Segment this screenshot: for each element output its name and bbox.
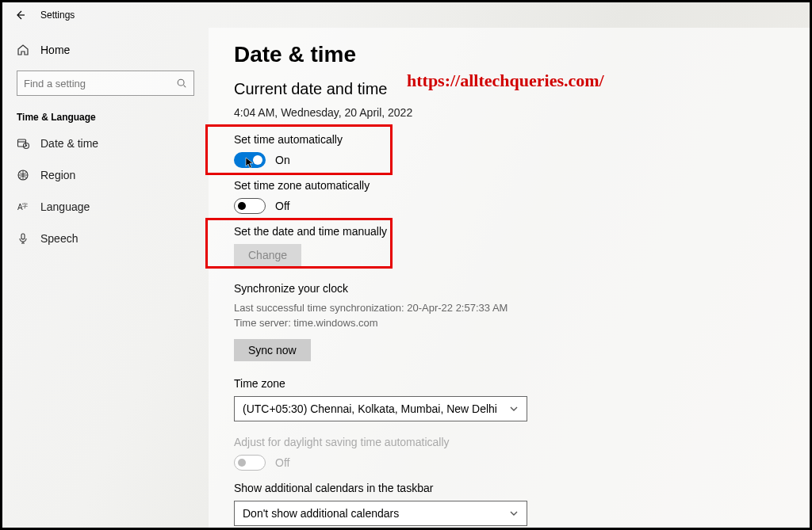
microphone-icon: [17, 232, 29, 245]
search-input[interactable]: [24, 78, 163, 90]
chevron-down-icon: [509, 404, 519, 414]
sync-now-button[interactable]: Sync now: [234, 339, 311, 361]
set-time-auto-toggle[interactable]: [234, 152, 266, 168]
watermark-text: https://alltechqueries.com/: [407, 71, 604, 91]
dst-state: Off: [275, 456, 289, 469]
timezone-label: Time zone: [234, 377, 778, 390]
sidebar-item-region[interactable]: Region: [2, 159, 209, 191]
svg-point-0: [178, 79, 184, 86]
sidebar-home[interactable]: Home: [2, 37, 209, 63]
back-arrow-icon[interactable]: [13, 9, 26, 21]
content-pane: Date & time Current date and time 4:04 A…: [209, 28, 810, 528]
sidebar-item-label: Speech: [40, 232, 78, 245]
sidebar-item-label: Language: [40, 200, 90, 213]
set-manual-label: Set the date and time manually: [234, 225, 778, 238]
sidebar-home-label: Home: [40, 44, 70, 56]
sidebar-item-label: Date & time: [40, 137, 98, 150]
additional-cal-value: Don't show additional calendars: [243, 507, 399, 520]
sidebar-item-date-time[interactable]: Date & time: [2, 128, 209, 159]
sidebar-item-label: Region: [40, 169, 75, 181]
set-tz-auto-label: Set time zone automatically: [234, 179, 778, 192]
change-button: Change: [234, 244, 301, 266]
sync-last: Last successful time synchronization: 20…: [234, 301, 778, 316]
page-title: Date & time: [234, 42, 778, 67]
sync-server: Time server: time.windows.com: [234, 316, 778, 331]
search-box[interactable]: [17, 71, 194, 96]
window-title: Settings: [40, 10, 75, 21]
sidebar-item-speech[interactable]: Speech: [2, 223, 209, 254]
set-time-auto-state: On: [275, 154, 290, 166]
additional-cal-dropdown[interactable]: Don't show additional calendars: [234, 501, 527, 526]
set-tz-auto-toggle[interactable]: [234, 198, 266, 214]
set-time-auto-label: Set time automatically: [234, 133, 778, 146]
dst-label: Adjust for daylight saving time automati…: [234, 436, 778, 448]
calendar-clock-icon: [17, 137, 29, 150]
sidebar: Home Time & Language Date & time Region: [2, 28, 209, 528]
timezone-value: (UTC+05:30) Chennai, Kolkata, Mumbai, Ne…: [243, 402, 497, 415]
sidebar-section-label: Time & Language: [2, 107, 209, 128]
timezone-dropdown[interactable]: (UTC+05:30) Chennai, Kolkata, Mumbai, Ne…: [234, 396, 527, 421]
sidebar-item-language[interactable]: A字 Language: [2, 191, 209, 223]
home-icon: [17, 44, 29, 56]
current-datetime: 4:04 AM, Wednesday, 20 April, 2022: [234, 106, 778, 119]
chevron-down-icon: [509, 509, 519, 518]
language-icon: A字: [17, 200, 29, 213]
globe-icon: [17, 169, 29, 181]
dst-toggle: [234, 455, 266, 471]
svg-rect-6: [21, 234, 25, 239]
sync-heading: Synchronize your clock: [234, 282, 778, 295]
svg-text:字: 字: [22, 203, 28, 208]
additional-cal-label: Show additional calendars in the taskbar: [234, 482, 778, 494]
set-tz-auto-state: Off: [275, 200, 289, 212]
search-icon: [176, 78, 187, 89]
